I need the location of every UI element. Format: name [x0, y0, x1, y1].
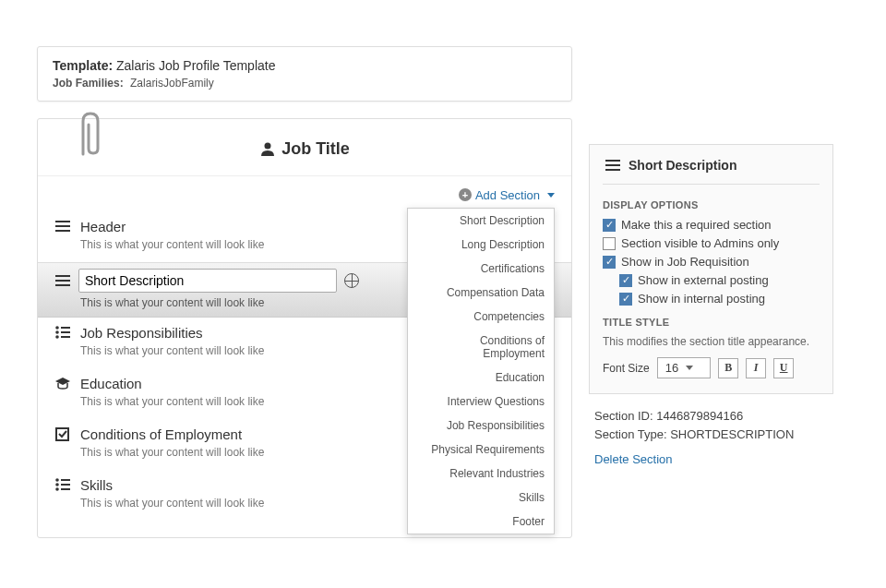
template-name: Zalaris Job Profile Template — [116, 58, 275, 73]
svg-rect-4 — [55, 275, 70, 277]
bullets-icon — [54, 325, 71, 340]
job-families-value: ZalarisJobFamily — [130, 77, 214, 90]
template-editor: Job Title + Add Section Short Descriptio… — [37, 118, 572, 538]
title-style-desc: This modifies the section title appearan… — [603, 335, 820, 348]
template-info-box: Template: Zalaris Job Profile Template J… — [37, 46, 572, 102]
dropdown-item[interactable]: Compensation Data — [408, 281, 554, 305]
dropdown-item[interactable]: Physical Requirements — [408, 438, 554, 462]
dropdown-item[interactable]: Competencies — [408, 305, 554, 329]
svg-point-11 — [55, 335, 59, 339]
option-label: Show in Job Requisition — [621, 255, 749, 269]
lines-icon — [54, 273, 71, 288]
title-style-heading: TITLE STYLE — [603, 317, 820, 328]
underline-button[interactable]: U — [773, 358, 794, 378]
svg-point-0 — [265, 143, 271, 150]
svg-rect-2 — [55, 225, 70, 227]
section-properties-panel: Short Description DISPLAY OPTIONS ✓Make … — [589, 144, 833, 394]
svg-rect-17 — [61, 484, 70, 486]
chevron-down-icon — [547, 193, 555, 198]
section-title-input[interactable] — [78, 269, 337, 293]
svg-rect-20 — [605, 160, 620, 162]
lines-icon — [54, 219, 71, 234]
section-title: Conditions of Employment — [80, 426, 242, 442]
lines-icon — [605, 158, 621, 173]
dropdown-item[interactable]: Relevant Industries — [408, 462, 554, 486]
svg-rect-10 — [61, 331, 70, 333]
svg-point-7 — [55, 326, 59, 330]
dropdown-item[interactable]: Footer — [408, 510, 554, 534]
paperclip-icon — [70, 108, 107, 163]
svg-rect-19 — [61, 488, 70, 490]
svg-point-18 — [55, 487, 59, 491]
checkbox[interactable] — [603, 237, 616, 250]
panel-title: Short Description — [629, 158, 736, 173]
svg-rect-12 — [61, 336, 70, 338]
plus-icon: + — [459, 188, 472, 201]
section-title: Skills — [80, 477, 113, 493]
dropdown-item[interactable]: Job Responsibilities — [408, 414, 554, 438]
display-option[interactable]: ✓Show in Job Requisition — [603, 255, 820, 269]
section-title: Header — [80, 219, 126, 234]
add-section-button[interactable]: + Add Section — [459, 188, 555, 202]
bullets-icon — [54, 477, 71, 492]
svg-rect-15 — [61, 479, 70, 481]
svg-rect-1 — [55, 221, 70, 222]
section-title: Education — [80, 376, 142, 391]
svg-rect-22 — [605, 169, 620, 171]
job-families-label: Job Families: — [53, 77, 124, 90]
display-option[interactable]: ✓Show in external posting — [619, 273, 820, 287]
globe-icon[interactable] — [344, 273, 359, 288]
svg-rect-21 — [605, 164, 620, 166]
display-option[interactable]: Section visible to Admins only — [603, 236, 820, 250]
dropdown-item[interactable]: Interview Questions — [408, 390, 554, 414]
svg-point-14 — [55, 478, 59, 482]
template-label: Template: — [53, 58, 113, 73]
display-options-heading: DISPLAY OPTIONS — [603, 199, 820, 210]
chevron-down-icon — [686, 366, 693, 370]
option-label: Show in internal posting — [638, 292, 765, 306]
dropdown-item[interactable]: Certifications — [408, 257, 554, 281]
svg-rect-8 — [61, 327, 70, 329]
svg-rect-5 — [55, 280, 70, 282]
display-option[interactable]: ✓Make this a required section — [603, 218, 820, 232]
dropdown-item[interactable]: Skills — [408, 486, 554, 510]
checkbox[interactable]: ✓ — [619, 274, 632, 287]
dropdown-item[interactable]: Long Description — [408, 233, 554, 257]
add-section-dropdown: Short DescriptionLong DescriptionCertifi… — [407, 208, 555, 534]
svg-point-16 — [55, 483, 59, 486]
svg-point-9 — [55, 330, 59, 334]
checkbox[interactable]: ✓ — [603, 219, 616, 232]
svg-rect-6 — [55, 284, 70, 286]
add-section-label: Add Section — [475, 188, 540, 202]
dropdown-item[interactable]: Short Description — [408, 209, 554, 233]
option-label: Make this a required section — [621, 218, 772, 232]
bold-button[interactable]: B — [718, 358, 738, 378]
checkbox[interactable]: ✓ — [619, 293, 632, 306]
checkbox[interactable]: ✓ — [603, 256, 616, 269]
option-label: Section visible to Admins only — [621, 236, 779, 250]
dropdown-item[interactable]: Education — [408, 366, 554, 390]
display-option[interactable]: ✓Show in internal posting — [619, 292, 820, 306]
grad-icon — [54, 376, 71, 390]
svg-rect-13 — [56, 428, 68, 440]
font-size-select[interactable]: 16 — [657, 357, 711, 378]
person-icon — [259, 140, 276, 157]
section-meta: Section ID: 1446879894166 Section Type: … — [589, 407, 833, 443]
delete-section-link[interactable]: Delete Section — [589, 452, 833, 466]
section-title: Job Responsibilities — [80, 325, 203, 341]
italic-button[interactable]: I — [746, 358, 766, 378]
dropdown-item[interactable]: Conditions of Employment — [408, 329, 554, 366]
option-label: Show in external posting — [638, 273, 769, 287]
svg-rect-3 — [55, 230, 70, 232]
font-size-label: Font Size — [603, 362, 650, 375]
job-title-heading: Job Title — [38, 128, 571, 175]
checkbox-icon — [54, 426, 71, 441]
